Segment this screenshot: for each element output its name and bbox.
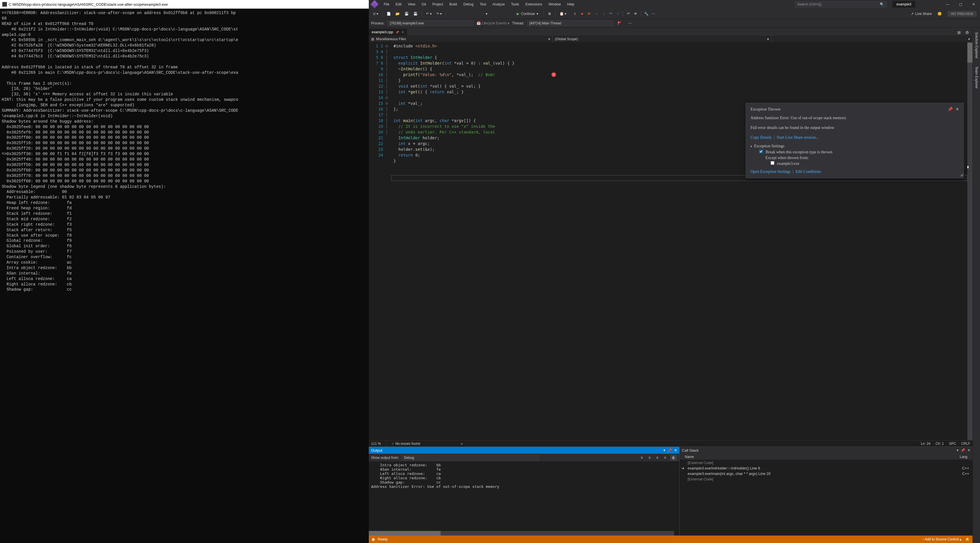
issues-status[interactable]: No issues found — [395, 441, 420, 446]
callstack-frame[interactable]: [External Code] — [679, 476, 972, 482]
maximize-button[interactable]: ▢ — [954, 0, 967, 9]
browser-button[interactable]: 🖥 — [546, 11, 553, 17]
output-header[interactable]: Output ▾ 📌 ✕ — [369, 447, 679, 454]
feedback-button[interactable]: 😊 — [936, 11, 943, 17]
stop-button[interactable]: ■ — [579, 11, 585, 17]
nav-member-dropdown[interactable]: ▾ — [772, 36, 972, 42]
break-when-thrown-checkbox[interactable] — [759, 149, 763, 153]
menu-extensions[interactable]: Extensions — [522, 1, 545, 8]
step-into-button[interactable]: ↓ — [600, 11, 607, 17]
step-over-button[interactable]: ↷ — [608, 11, 614, 17]
output-btn-3[interactable]: ≡ — [655, 455, 660, 460]
output-btn-2[interactable]: ≡ — [647, 455, 652, 460]
lifecycle-events[interactable]: 📅 Lifecycle Events ▾ — [477, 21, 509, 25]
callstack-frame[interactable]: [External Code] — [679, 460, 972, 465]
tools-button[interactable]: 🔧 — [643, 11, 649, 17]
editor-vertical-scrollbar[interactable] — [967, 43, 972, 440]
team-explorer-tab[interactable]: Team Explorer — [974, 65, 979, 90]
watch-button[interactable]: 👁 — [632, 11, 639, 17]
close-button[interactable]: ✕ — [967, 0, 980, 9]
minimize-button[interactable]: — — [941, 0, 954, 9]
open-file-button[interactable]: 📂 — [394, 11, 401, 17]
call-stack-header[interactable]: Call Stack ▾ 📌 ✕ — [679, 447, 972, 454]
menu-edit[interactable]: Edit — [393, 1, 404, 8]
live-share-button[interactable]: ↗ Live Share — [908, 11, 935, 17]
search-input[interactable]: Search (Ctrl+Q) 🔍 — [795, 1, 887, 8]
more-button[interactable]: ⋯ — [650, 11, 657, 17]
save-all-button[interactable]: 💾 — [412, 11, 419, 17]
redo-button[interactable]: ↷ ▾ — [434, 11, 444, 17]
pin-icon[interactable]: 📌 — [396, 31, 399, 34]
console-titlebar[interactable]: C:\MSDN\cpp-docs-pr\docs\c-language\ASAN… — [0, 0, 369, 9]
output-btn-1[interactable]: ≡ — [639, 455, 644, 460]
menu-build[interactable]: Build — [447, 1, 460, 8]
output-text[interactable]: Intra object redzone: bb ASan internal: … — [369, 462, 679, 531]
code-content[interactable]: #include <stdio.h> struct IntHolder { ex… — [390, 43, 967, 440]
continue-button[interactable]: ▶ Continue ▾ — [514, 11, 541, 17]
line-ending-indicator[interactable]: CRLF — [961, 441, 970, 446]
close-icon[interactable]: ✕ — [674, 448, 677, 452]
callstack-columns[interactable]: Name Lang — [679, 454, 972, 460]
error-glyph-icon[interactable]: ✕ — [552, 72, 556, 77]
close-tab-icon[interactable]: ✕ — [401, 30, 404, 34]
chevron-down-icon[interactable]: ▾ — [751, 145, 752, 148]
nav-project-dropdown[interactable]: ▦ Miscellaneous Files ▾ — [369, 36, 553, 42]
thread-dropdown[interactable]: [49724] Main Thread — [527, 21, 613, 26]
menu-file[interactable]: File — [381, 1, 392, 8]
show-next-button[interactable]: → — [593, 11, 600, 17]
code-editor[interactable]: 1 2 3 4 5 6 7 8 9 10 11 12 13 14 15 16 1… — [369, 43, 972, 440]
menu-view[interactable]: View — [405, 1, 418, 8]
step-out-button[interactable]: ↑ — [615, 11, 621, 17]
tab-options-button[interactable]: ⚙ — [964, 29, 971, 36]
close-icon[interactable]: ✕ — [967, 448, 970, 452]
menu-window[interactable]: Window — [546, 1, 564, 8]
except-module-checkbox[interactable] — [771, 161, 774, 165]
breakpoint-margin[interactable] — [369, 43, 374, 440]
save-button[interactable]: 💾 — [402, 11, 410, 17]
stack-frame-button[interactable]: ⋯ — [627, 21, 633, 26]
pin-icon[interactable]: 📌 — [961, 448, 965, 452]
add-source-control-button[interactable]: ↑ Add to Source Control ▴ — [922, 537, 961, 541]
document-tab-example3[interactable]: example3.cpp 📌 ✕ — [369, 29, 407, 36]
config-dropdown[interactable] — [449, 13, 483, 15]
callstack-frame[interactable]: ➔example3.exe!IntHolder::~IntHolder() Li… — [679, 465, 972, 471]
output-source-dropdown[interactable]: Debug — [401, 455, 539, 460]
close-popup-icon[interactable]: ✕ — [956, 106, 959, 112]
nav-back-button[interactable]: ⊙ ▾ — [371, 11, 380, 17]
window-menu-icon[interactable]: ▾ — [957, 448, 958, 452]
open-exception-settings-link[interactable]: Open Exception Settings — [751, 170, 791, 174]
menu-analyze[interactable]: Analyze — [490, 1, 508, 8]
solution-explorer-tab[interactable]: Solution Explorer — [974, 30, 979, 60]
menu-debug[interactable]: Debug — [460, 1, 476, 8]
process-dropdown[interactable]: [76188] example3.exe — [387, 21, 474, 26]
platform-dropdown[interactable]: ▾ — [484, 11, 513, 17]
script-button[interactable]: 📋 ▾ — [558, 11, 568, 17]
clear-button[interactable]: 🗑 — [670, 455, 677, 460]
copy-details-link[interactable]: Copy Details — [751, 135, 772, 140]
undo-button[interactable]: ↶ ▾ — [424, 11, 433, 17]
outlining-margin[interactable]: ⊟ │ │ │ │ │ │ │ │ ⊟ ⊟ │ │ │ │ │ — [385, 43, 390, 440]
notifications-button[interactable]: 🔔 — [965, 537, 970, 541]
pin-icon[interactable]: 📌 — [668, 448, 672, 452]
menu-test[interactable]: Test — [477, 1, 489, 8]
menu-project[interactable]: Project — [430, 1, 446, 8]
word-wrap-button[interactable]: ≡ — [662, 455, 668, 460]
char-indicator[interactable]: Ch: 1 — [935, 441, 944, 446]
step-back-button[interactable]: ↶ — [625, 11, 632, 17]
zoom-level[interactable]: 111 % — [371, 441, 381, 446]
line-indicator[interactable]: Ln: 24 — [921, 441, 930, 446]
restart-button[interactable]: ⟳ — [586, 11, 592, 17]
hscroll-left[interactable]: ◄ — [460, 441, 463, 446]
output-horizontal-scrollbar[interactable] — [369, 531, 674, 535]
menu-tools[interactable]: Tools — [508, 1, 522, 8]
window-menu-icon[interactable]: ▾ — [663, 448, 665, 452]
split-window-button[interactable]: ⊞ — [956, 29, 963, 36]
start-live-share-link[interactable]: Start Live Share session... — [776, 135, 818, 140]
menu-git[interactable]: Git — [419, 1, 429, 8]
callstack-body[interactable]: [External Code]➔example3.exe!IntHolder::… — [679, 460, 972, 535]
callstack-frame[interactable]: example3.exe!main(int argc, char * * arg… — [679, 471, 972, 476]
nav-scope-dropdown[interactable]: (Global Scope) ▾ — [553, 36, 772, 42]
new-file-button[interactable]: 📄 — [385, 11, 393, 17]
pin-popup-icon[interactable]: 📌 — [948, 106, 953, 112]
solution-name-tab[interactable]: example3 — [892, 1, 915, 8]
